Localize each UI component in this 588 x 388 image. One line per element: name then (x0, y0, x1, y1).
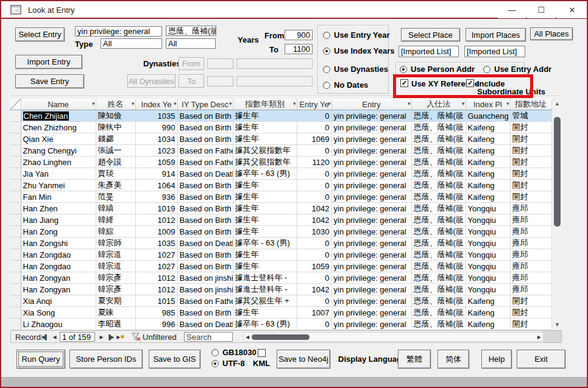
grid-cell[interactable]: 1030 (297, 226, 331, 238)
row-selector[interactable] (10, 168, 21, 180)
grid-cell[interactable]: 914 (135, 168, 177, 180)
column-header-iy-type-desc[interactable]: IY Type Desc▾ (177, 99, 233, 110)
entry-description-input[interactable]: yin privilege: general (75, 26, 162, 37)
vertical-scrollbar[interactable]: ▲ ▼ (551, 99, 562, 330)
grid-cell[interactable]: Based on Birth (177, 307, 233, 319)
grid-cell[interactable]: 韓宗師 (96, 238, 135, 249)
grid-cell[interactable]: 朱彥美 (96, 180, 135, 191)
grid-cell[interactable]: 據卒年 - 63 (男) (233, 168, 297, 180)
radio-use-person-addr[interactable]: Use Person Addr (400, 65, 475, 74)
grid-cell[interactable]: yin privilege: general (331, 110, 411, 122)
grid-cell[interactable]: yin privilege: general (331, 238, 411, 249)
grid-cell[interactable]: Han Zongdao (21, 249, 96, 261)
grid-cell[interactable]: 賈琰 (96, 168, 135, 180)
search-input[interactable]: Search (184, 332, 233, 342)
grid-cell[interactable]: 1012 (135, 214, 177, 226)
grid-cell[interactable]: Kaifeng (466, 122, 510, 133)
grid-cell[interactable]: 韓絳 (96, 214, 135, 226)
grid-cell[interactable]: 0 (297, 145, 331, 157)
column-dropdown-icon[interactable]: ▾ (229, 101, 232, 107)
save-to-neo4j-button[interactable]: Save to Neo4j (277, 350, 330, 369)
grid-cell[interactable]: 990 (135, 122, 177, 133)
grid-cell[interactable]: 0 (297, 110, 331, 122)
grid-cell[interactable]: 1035 (135, 238, 177, 249)
grid-cell[interactable]: 1027 (135, 261, 177, 272)
import-places-button[interactable]: Import Places (466, 28, 526, 41)
column-dropdown-icon[interactable]: ▾ (462, 101, 465, 107)
grid-cell[interactable]: 據其父親指數年 (233, 157, 297, 168)
grid-cell[interactable]: Yongqiu (466, 261, 510, 272)
grid-cell[interactable]: yin privilege: general (331, 272, 411, 284)
grid-cell[interactable]: Kaifeng (466, 307, 510, 319)
year-to-input[interactable]: 1100 (285, 44, 313, 54)
grid-cell[interactable]: 張誠一 (96, 145, 135, 157)
grid-cell[interactable]: Based on Fathe (177, 295, 233, 307)
grid-cell[interactable]: Based on Birth (177, 249, 233, 261)
grid-cell[interactable]: yin privilege: general (331, 168, 411, 180)
grid-cell[interactable]: Kaifeng (466, 145, 510, 157)
grid-cell[interactable]: Li Zhaogou (21, 319, 96, 330)
grid-cell[interactable]: yin privilege: general (331, 214, 411, 226)
grid-cell[interactable]: Based on Birth (177, 214, 233, 226)
dynasty-to-name-input[interactable] (236, 76, 313, 86)
grid-cell[interactable]: Yongqiu (466, 238, 510, 249)
column-header-entry-year[interactable]: Entry Ye▾ (297, 99, 331, 110)
grid-cell[interactable]: 恩蔭、蔭補(籠 (411, 261, 466, 272)
import-entry-button[interactable]: Import Entry (15, 55, 82, 69)
grid-cell[interactable]: Han Zongyan (21, 272, 96, 284)
grid-cell[interactable]: Yongqiu (466, 203, 510, 214)
grid-cell[interactable]: 恩蔭、蔭補(籠 (411, 295, 466, 307)
run-query-button[interactable]: Run Query (16, 350, 65, 369)
grid-cell[interactable]: 夏竦 (96, 307, 135, 319)
grid-cell[interactable]: Xia Anqi (21, 295, 96, 307)
row-selector[interactable] (10, 133, 21, 145)
grid-cell[interactable]: 開封 (510, 145, 551, 157)
grid-cell[interactable]: 0 (297, 319, 331, 330)
grid-cell[interactable]: 雍邱 (510, 261, 551, 272)
horizontal-scrollbar[interactable]: ◀ ▶ (243, 332, 544, 342)
dynasties-from-button[interactable]: From (179, 57, 204, 70)
grid-cell[interactable]: 開封 (510, 307, 551, 319)
record-last-button[interactable]: ▐▶ (106, 332, 115, 342)
grid-cell[interactable]: yin privilege: general (331, 145, 411, 157)
grid-cell[interactable]: 恩蔭、蔭補(籠 (411, 168, 466, 180)
column-header-entry[interactable]: Entry▾ (331, 99, 411, 110)
grid-cell[interactable]: yin privilege: general (331, 157, 411, 168)
grid-cell[interactable]: Zhao Linghen (21, 157, 96, 168)
grid-cell[interactable]: 1009 (135, 226, 177, 238)
grid-cell[interactable]: 開封 (510, 180, 551, 191)
column-dropdown-icon[interactable]: ▾ (92, 101, 95, 107)
exit-button[interactable]: Exit (517, 350, 565, 369)
grid-cell[interactable]: 雍邱 (510, 214, 551, 226)
grid-cell[interactable]: 936 (135, 191, 177, 203)
radio-gb18030[interactable]: GB18030 (211, 348, 257, 357)
grid-cell[interactable]: 1019 (135, 203, 177, 214)
grid-cell[interactable]: 恩蔭、蔭補(籠 (411, 307, 466, 319)
grid-cell[interactable]: 1064 (135, 180, 177, 191)
scroll-up-icon[interactable]: ▲ (552, 99, 562, 108)
row-selector[interactable] (10, 238, 21, 249)
kml-checkbox[interactable] (258, 349, 266, 357)
grid-cell[interactable]: Qian Xie (21, 133, 96, 145)
grid-cell[interactable]: 據進士登科年 - (233, 272, 297, 284)
type-input-en[interactable]: All (101, 38, 162, 49)
all-dynasties-button[interactable]: All Dynasties (127, 74, 175, 88)
grid-cell[interactable]: 0 (297, 191, 331, 203)
grid-cell[interactable]: yin privilege: general (331, 226, 411, 238)
save-to-gis-button[interactable]: Save to GIS (149, 350, 200, 369)
row-selector[interactable] (10, 203, 21, 214)
row-selector[interactable] (10, 295, 21, 307)
grid-cell[interactable]: 恩蔭、蔭補(籠 (411, 122, 466, 133)
dynasty-to-code-input[interactable] (207, 76, 233, 86)
grid-cell[interactable]: 恩蔭、蔭補(籠 (411, 145, 466, 157)
grid-cell[interactable]: 夏安期 (96, 295, 135, 307)
column-header-name[interactable]: Name▾ (21, 99, 96, 110)
grid-cell[interactable]: 1069 (297, 133, 331, 145)
save-entry-button[interactable]: Save Entry (15, 74, 84, 88)
grid-cell[interactable]: Zhang Chengyi (21, 145, 96, 157)
grid-cell[interactable]: Kaifeng (466, 157, 510, 168)
grid-cell[interactable]: 陳執中 (96, 122, 135, 133)
grid-cell[interactable]: Based on Death (177, 168, 233, 180)
grid-cell[interactable]: 1042 (297, 284, 331, 295)
grid-cell[interactable]: Based on Birth (177, 110, 233, 122)
